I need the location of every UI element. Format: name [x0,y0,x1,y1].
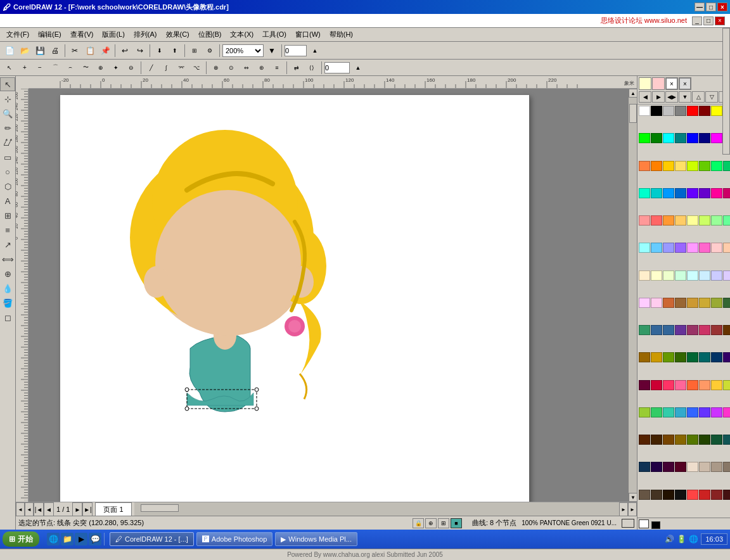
t2-smooth[interactable]: ✦ [109,61,123,75]
color-swatch[interactable] [687,106,698,116]
color-swatch[interactable] [723,490,730,500]
color-swatch[interactable] [675,243,686,253]
minimize-button[interactable]: — [695,3,705,11]
color-swatch[interactable] [675,352,686,362]
color-swatch[interactable] [687,380,698,390]
color-swatch[interactable] [711,462,722,472]
menu-bitmap[interactable]: 位图(B) [195,29,226,41]
color-swatch[interactable] [723,435,730,445]
scroll-left2-btn[interactable]: ◄ [25,502,34,516]
color-swatch[interactable] [687,270,698,281]
color-swatch[interactable] [651,435,662,445]
color-swatch[interactable] [639,215,650,226]
menu-effects[interactable]: 效果(C) [162,29,193,41]
color-swatch[interactable] [663,106,674,116]
color-swatch[interactable] [651,298,662,308]
color-swatch[interactable] [699,106,710,116]
tool-connector[interactable]: ↗ [0,238,15,251]
ql-ie[interactable]: 🌐 [47,533,60,545]
color-swatch[interactable] [687,407,698,417]
color-swatch[interactable] [687,462,698,472]
color-swatch[interactable] [687,352,698,362]
color-swatch[interactable] [723,188,730,198]
menu-edit[interactable]: 编辑(E) [34,29,65,41]
t2-sub[interactable]: − [33,61,47,75]
t2-extend[interactable]: ⇔ [240,61,253,75]
color-swatch[interactable] [651,270,662,281]
tool-contour[interactable]: ◻ [0,310,15,324]
status-grid-icon[interactable]: ⊞ [438,518,449,528]
copy-button[interactable]: 📋 [83,44,97,58]
right-panel-scroll[interactable] [722,76,730,155]
color-swatch[interactable] [663,270,674,281]
t2-s1[interactable]: ⌤ [174,61,188,75]
scroll-right-btn[interactable]: ► [619,502,628,516]
color-swatch[interactable] [687,243,698,253]
color-swatch[interactable] [675,435,686,445]
tool-node[interactable]: ⊹ [0,92,15,106]
close-button[interactable]: × [717,3,727,11]
ql-mesenger[interactable]: 💬 [89,533,101,545]
color-swatch[interactable] [651,215,662,226]
tool-rect[interactable]: ▭ [0,150,15,164]
color-swatch[interactable] [711,133,722,143]
menu-help[interactable]: 帮助(H) [326,29,357,41]
color-swatch[interactable] [711,325,722,335]
t2-select[interactable]: ↖ [3,61,16,75]
import-button[interactable]: ⬇ [153,44,167,58]
ad-min[interactable]: _ [692,16,702,25]
page-next[interactable]: ► [72,502,82,516]
menu-text[interactable]: 文本(X) [226,29,257,41]
color-swatch[interactable] [711,298,722,308]
cp-arr5[interactable]: △ [692,91,705,103]
color-swatch[interactable] [699,188,710,198]
scroll-down-btn[interactable]: ▼ [629,493,637,502]
color-swatch[interactable] [711,490,722,500]
tray-icon3[interactable]: 🌐 [689,535,698,544]
tool-parallel[interactable]: ≡ [0,223,15,237]
menu-file[interactable]: 文件(F) [3,29,33,41]
t2-node1[interactable]: ⌒ [48,61,62,75]
color-swatch[interactable] [663,215,674,226]
color-swatch[interactable] [711,380,722,390]
color-swatch[interactable] [663,435,674,445]
redo-button[interactable]: ↪ [133,44,147,58]
t2-line[interactable]: ╱ [144,61,158,75]
color-swatch[interactable] [723,407,730,417]
scroll-track-v[interactable] [629,98,637,493]
start-button[interactable]: ⊞ 开始 [3,531,39,547]
color-swatch[interactable] [699,462,710,472]
page-prev[interactable]: ◄ [44,502,54,516]
color-swatch[interactable] [663,325,674,335]
menu-window[interactable]: 窗口(W) [291,29,324,41]
cp-arr4[interactable]: ▼ [679,91,691,103]
color-swatch[interactable] [639,298,650,308]
print-button[interactable]: 🖨 [48,44,62,58]
t2-num-input[interactable] [324,62,350,73]
new-button[interactable]: 📄 [3,44,16,58]
color-swatch[interactable] [699,490,710,500]
color-swatch[interactable] [723,215,730,226]
color-swatch[interactable] [675,490,686,500]
color-swatch[interactable] [711,243,722,253]
tool-text[interactable]: A [0,194,15,208]
zoom-dropdown[interactable]: ▼ [265,44,279,58]
color-swatch[interactable] [723,325,730,335]
color-swatch[interactable] [639,435,650,445]
color-swatch[interactable] [639,462,650,472]
canvas-scroll[interactable] [29,89,628,502]
color-swatch[interactable] [675,380,686,390]
color-swatch[interactable] [663,298,674,308]
ad-max[interactable]: □ [703,16,714,25]
color-swatch[interactable] [651,133,662,143]
color-swatch[interactable] [699,298,710,308]
color-swatch[interactable] [639,352,650,362]
color-swatch[interactable] [711,215,722,226]
color-swatch[interactable] [687,490,698,500]
color-swatch[interactable] [639,380,650,390]
cp-icon-1[interactable] [639,77,651,90]
color-swatch[interactable] [699,270,710,281]
page-tab[interactable]: 页面 1 [95,502,131,516]
ql-folder[interactable]: 📁 [61,533,74,545]
hscroll-track[interactable] [134,502,619,516]
